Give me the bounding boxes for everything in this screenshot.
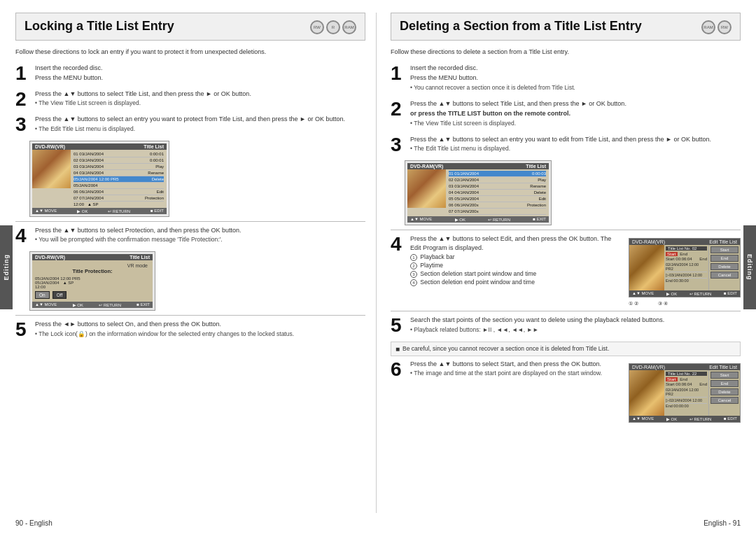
right-step-3-num: 3 — [391, 135, 406, 155]
page-footer: 90 - English English - 91 — [15, 519, 741, 527]
right-page: Deleting a Section from a Title List Ent… — [377, 13, 741, 513]
on-btn: On — [35, 291, 50, 299]
warning-note: ■ Be careful, since you cannot recover a… — [391, 342, 741, 356]
right-step-1-content: Insert the recorded disc. Press the MENU… — [410, 64, 741, 94]
right-row-5: 05 05/JAN/2004Edit — [449, 196, 546, 202]
edit-title-screen-1: DVD-RAM(VR) Edit Title List Title List N… — [629, 234, 741, 307]
screen-body-1: 01 03/JAN/20040:00:01 02 03/JAN/20040:00… — [32, 150, 167, 208]
delete-btn-1[interactable]: Delete — [710, 263, 738, 270]
step-1-num: 1 — [15, 64, 31, 83]
circled-items: 1 Playback bar 2 Playtime 3 Section dele… — [410, 253, 623, 287]
circle-marker-1: ① ② — [629, 301, 638, 307]
screen-thumb-1 — [32, 150, 71, 188]
left-title: Locking a Title List Entry — [24, 19, 174, 34]
off-btn: Off — [52, 291, 67, 299]
right-step-2-content: Press the ▲▼ buttons to select Title Lis… — [410, 99, 741, 129]
step-4: 4 Press the ▲▼ buttons to select Protect… — [15, 226, 365, 246]
right-step-6-num: 6 — [391, 360, 406, 379]
right-step-1: 1 Insert the recorded disc. Press the ME… — [391, 64, 741, 94]
step-2: 2 Press the ▲▼ buttons to select Title L… — [15, 90, 365, 109]
start-btn-1[interactable]: Start — [710, 246, 738, 253]
disc-icons: RW R RAM — [310, 20, 356, 34]
note-text: Be careful, since you cannot recover a s… — [402, 345, 609, 352]
right-step-2: 2 Press the ▲▼ buttons to select Title L… — [391, 99, 741, 129]
step-1: 1 Insert the recorded disc. Press the ME… — [15, 64, 365, 84]
right-side-tab: Editing — [743, 225, 756, 309]
right-row-1: 01 01/JAN/20040:00:03 — [449, 171, 546, 177]
title-list-screen-1: DVD-RW(VR) Title List 01 03/JAN/20040:00… — [29, 141, 169, 217]
right-screen-header: DVD-RAM(VR) Title List — [407, 163, 549, 169]
screen-rows-1: 01 03/JAN/20040:00:01 02 03/JAN/20040:00… — [71, 150, 167, 208]
right-row-3: 03 03/JAN/2004Rename — [449, 183, 546, 190]
right-step-6-content: Press the ▲▼ buttons to select Start, an… — [410, 360, 623, 379]
edit-thumb-2 — [629, 370, 664, 416]
protect-header: DVD-RW(VR) Title List — [32, 254, 153, 260]
right-title: Deleting a Section from a Title List Ent… — [400, 19, 642, 34]
note-icon: ■ — [396, 345, 400, 353]
disc-r: R — [326, 20, 340, 34]
step-4-content: Press the ▲▼ buttons to select Protectio… — [35, 226, 365, 246]
step-3-content: Press the ▲▼ buttons to select an entry … — [35, 115, 365, 134]
step-4-area: 4 Press the ▲▼ buttons to select Edit, a… — [391, 234, 741, 307]
step-5: 5 Press the ◄► buttons to select On, and… — [15, 320, 365, 339]
row-1: 01 03/JAN/20040:00:01 — [74, 151, 164, 157]
start-btn-2[interactable]: Start — [710, 372, 738, 379]
right-step-4-num: 4 — [391, 234, 406, 254]
step-5-num: 5 — [15, 320, 31, 339]
right-step-3-content: Press the ▲▼ buttons to select an entry … — [410, 135, 741, 155]
step-2-num: 2 — [15, 90, 31, 109]
row-5-selected: 05/JAN/2004 12:00 PR5Delete — [74, 176, 164, 183]
right-step-1-num: 1 — [391, 64, 406, 83]
row-3: 03 03/JAN/2004Play — [74, 164, 164, 170]
step-4-num: 4 — [15, 226, 31, 246]
right-screen-body: 01 01/JAN/20040:00:03 02 02/JAN/2004Play… — [407, 169, 549, 216]
step-6-area: 6 Press the ▲▼ buttons to select Start, … — [391, 360, 741, 426]
left-side-tab: Editing — [0, 225, 13, 309]
right-row-2: 02 02/JAN/2004Play — [449, 177, 546, 183]
row-7: 06 06/JAN/2004Edit — [74, 189, 164, 195]
disc-ram: RAM — [342, 20, 356, 34]
screen-detail: 12:00 ▲ SP — [74, 202, 164, 206]
right-row-7: 07 07/JAN/200x — [449, 209, 546, 215]
right-step-5-content: Search the start points of the section y… — [410, 316, 741, 335]
right-step-5-num: 5 — [391, 316, 406, 335]
screen-header-1: DVD-RW(VR) Title List — [32, 143, 167, 150]
end-time-2: End 00:00:00 — [666, 404, 707, 408]
right-step-4-content: Press the ▲▼ buttons to select Edit, and… — [410, 234, 623, 287]
end-btn-2[interactable]: End — [710, 380, 738, 387]
left-tab-label: Editing — [3, 254, 10, 281]
disc-rw: RW — [310, 20, 324, 34]
right-step-4: 4 Press the ▲▼ buttons to select Edit, a… — [391, 234, 623, 307]
right-row-4: 04 04/JAN/2004Delete — [449, 190, 546, 196]
right-row-6: 06 06/JAN/200xProtection — [449, 202, 546, 209]
end-btn-1[interactable]: End — [710, 255, 738, 262]
row-4: 04 03/JAN/2004Rename — [74, 170, 164, 176]
left-page-number: 90 - English — [15, 519, 52, 527]
cancel-btn-2[interactable]: Cancel — [710, 397, 738, 404]
delete-btn-2[interactable]: Delete — [710, 388, 738, 395]
left-page: Locking a Title List Entry RW R RAM Foll… — [15, 13, 377, 513]
screen-footer-1: ▲▼ MOVE▶ OK↩ RETURN■ EDIT — [32, 208, 167, 214]
step-1-content: Insert the recorded disc. Press the MENU… — [35, 64, 365, 84]
edit-thumb-1 — [629, 245, 664, 290]
row-2: 02 03/JAN/20040:00:01 — [74, 157, 164, 164]
right-disc-icons: RAM RW — [701, 20, 732, 34]
protect-body: VR mode Title Protection: 05/JAN/2004 12… — [32, 260, 153, 302]
right-step-3: 3 Press the ▲▼ buttons to select an entr… — [391, 135, 741, 155]
left-intro: Follow these directions to lock an entry… — [15, 48, 365, 57]
circle-marker-2: ③ ④ — [658, 301, 668, 307]
protection-screen: DVD-RW(VR) Title List VR mode Title Prot… — [29, 251, 155, 311]
left-section-title-box: Locking a Title List Entry RW R RAM — [15, 13, 365, 41]
edit-title-screen-2: DVD-RAM(VR) Edit Title List Title List N… — [629, 360, 741, 426]
right-disc-ram: RAM — [701, 20, 715, 34]
right-step-5: 5 Search the start points of the section… — [391, 316, 741, 335]
step-3: 3 Press the ▲▼ buttons to select an entr… — [15, 115, 365, 134]
row-8: 07 07/JAN/2004Protection — [74, 195, 164, 202]
right-step-2-num: 2 — [391, 99, 406, 119]
right-screen-thumb — [407, 169, 446, 208]
right-disc-rw: RW — [718, 20, 732, 34]
step-2-content: Press the ▲▼ buttons to select Title Lis… — [35, 90, 365, 109]
right-step-6: 6 Press the ▲▼ buttons to select Start, … — [391, 360, 623, 426]
cancel-btn-1[interactable]: Cancel — [710, 272, 738, 279]
right-tab-label: Editing — [746, 254, 753, 281]
